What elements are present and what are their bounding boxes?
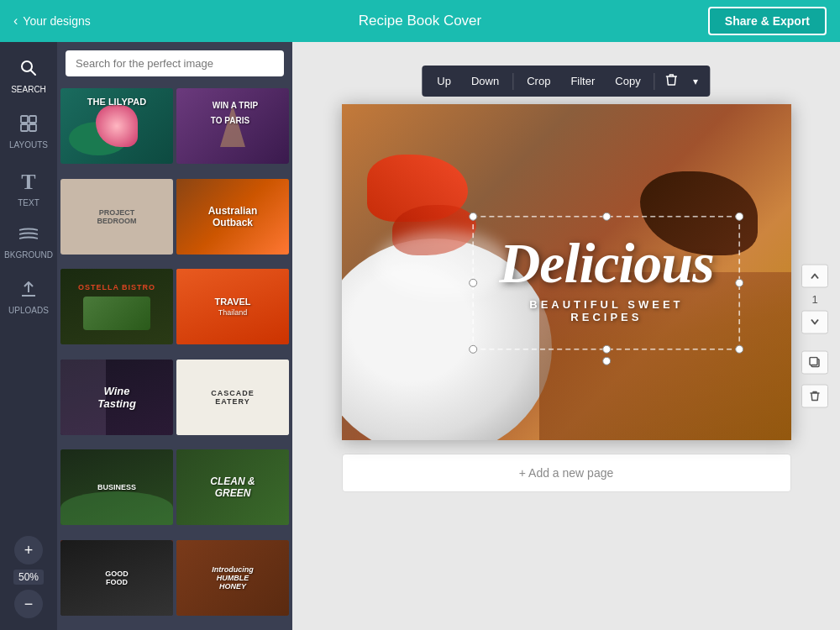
crop-button[interactable]: Crop [518,71,559,91]
layouts-icon [19,114,38,137]
bedroom-label: PROJECTBEDROOM [92,203,142,230]
delete-button[interactable] [660,70,684,92]
canvas-title: Delicious [499,231,713,295]
more-options-button[interactable]: ▾ [687,72,704,91]
canvas-text-group[interactable]: Delicious BEAUTIFUL SWEET RECIPES [472,216,740,350]
text-icon: T [21,170,35,195]
template-clean[interactable]: CLEAN &GREEN [176,449,289,525]
svg-rect-2 [21,116,28,123]
handle-ml[interactable] [469,279,477,287]
template-lilypad[interactable]: THE LILYPAD [60,88,173,164]
background-label: BKGROUND [4,250,53,260]
main-content: SEARCH LAYOUTS T TEXT [0,42,840,630]
element-toolbar: Up Down Crop Filter Copy ▾ [422,66,710,97]
template-wine[interactable]: WineTasting [60,360,173,435]
outback-label: AustralianOutback [203,200,263,234]
add-page-button[interactable]: + Add a new page [342,454,791,492]
layer-up-button[interactable] [801,265,828,288]
search-icon [19,59,38,81]
uploads-label: UPLOADS [8,306,49,315]
travel-label: TRAVELThailand [209,291,255,322]
back-label: Your designs [23,14,90,28]
handle-tm[interactable] [602,213,611,221]
back-chevron-icon: ‹ [13,13,18,29]
toolbar-divider-1 [512,73,513,90]
canvas-subtitle: BEAUTIFUL SWEET RECIPES [499,298,713,323]
bistro-label: OSTELLA BISTRO [78,283,155,291]
design-canvas[interactable]: Delicious BEAUTIFUL SWEET RECIPES [342,104,791,440]
cascade-label: CASCADEEATERY [206,384,260,411]
template-cascade[interactable]: CASCADEEATERY [176,360,289,435]
document-title: Recipe Book Cover [359,13,481,29]
text-label: TEXT [18,198,39,207]
rotation-handle[interactable] [602,357,611,365]
svg-rect-3 [29,116,36,123]
sidebar-item-search[interactable]: SEARCH [0,49,57,104]
canvas-wrapper: Up Down Crop Filter Copy ▾ [342,67,791,492]
lilypad-label: THE LILYPAD [82,92,151,112]
wine-label: WineTasting [92,380,141,415]
layouts-label: LAYOUTS [9,140,48,150]
handle-bl[interactable] [469,345,477,354]
template-business[interactable]: BUSINESS [60,449,173,525]
sidebar-item-layouts[interactable]: LAYOUTS [0,104,57,160]
template-outback[interactable]: AustralianOutback [176,179,289,255]
template-city[interactable]: GOODFOOD [60,540,173,616]
svg-rect-4 [21,124,28,131]
uploads-icon [19,280,38,302]
business-label: BUSINESS [92,478,141,496]
right-controls: 1 [801,265,828,408]
filter-button[interactable]: Filter [562,71,603,91]
city-label: GOODFOOD [100,564,134,591]
layer-down-button[interactable] [801,311,828,334]
handle-bm[interactable] [602,345,611,354]
down-button[interactable]: Down [463,71,507,91]
search-label: SEARCH [11,85,46,94]
svg-rect-5 [29,124,36,131]
honey-label: IntroducingHUMBLEHONEY [207,560,259,596]
delete-layer-button[interactable] [801,385,828,408]
page-number: 1 [811,293,817,306]
back-button[interactable]: ‹ Your designs [13,13,91,29]
up-button[interactable]: Up [428,71,459,91]
copy-layer-button[interactable] [801,351,828,375]
handle-mr[interactable] [736,279,744,287]
trip-label: WIN A TRIPTO PARIS [207,96,258,130]
svg-line-1 [31,71,36,76]
sidebar-panel: THE LILYPAD WIN A TRIPTO PARIS PROJECTBE… [57,42,292,630]
share-export-button[interactable]: Share & Export [708,7,827,35]
template-trip[interactable]: WIN A TRIPTO PARIS [176,88,289,164]
canvas-area: Up Down Crop Filter Copy ▾ [292,42,840,630]
background-icon [19,228,38,247]
handle-tl[interactable] [469,213,477,221]
clean-label: CLEAN &GREEN [205,470,260,504]
sidebar-item-uploads[interactable]: UPLOADS [0,270,57,325]
template-grid: THE LILYPAD WIN A TRIPTO PARIS PROJECTBE… [57,85,292,630]
svg-rect-8 [810,358,817,365]
sidebar-item-background[interactable]: BKGROUND [0,218,57,270]
search-container [57,42,292,85]
toolbar-divider-2 [654,73,655,90]
template-bedroom[interactable]: PROJECTBEDROOM [60,179,173,255]
template-bistro[interactable]: OSTELLA BISTRO [60,269,173,344]
topbar: ‹ Your designs Recipe Book Cover Share &… [0,0,840,42]
template-travel[interactable]: TRAVELThailand [176,269,289,344]
copy-button[interactable]: Copy [606,71,648,91]
search-input[interactable] [66,50,284,76]
template-honey[interactable]: IntroducingHUMBLEHONEY [176,540,289,616]
sidebar-item-text[interactable]: T TEXT [0,160,57,218]
